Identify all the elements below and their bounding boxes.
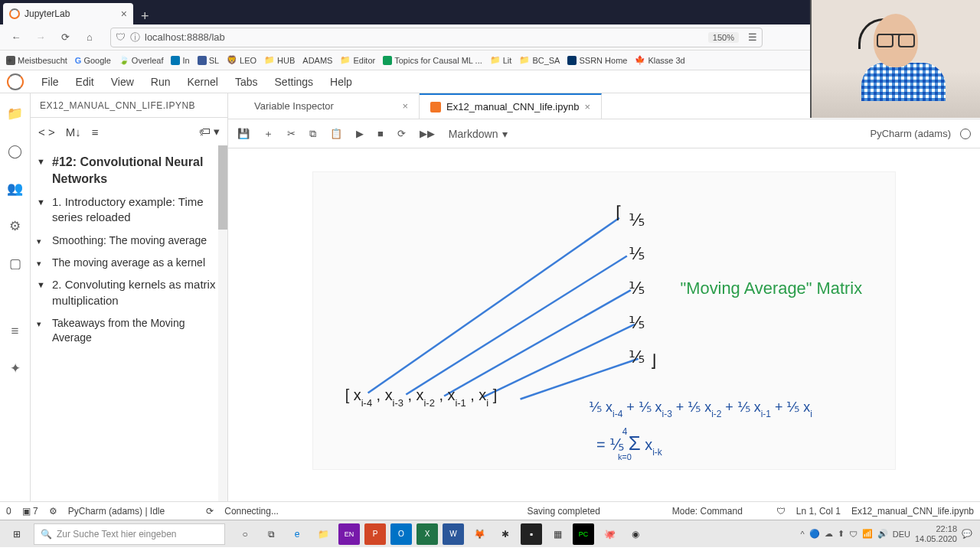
running-icon[interactable]: ◯ — [8, 143, 22, 159]
paste-icon[interactable]: 📋 — [330, 128, 342, 139]
status-kernel[interactable]: PyCharm (adams) | Idle — [68, 506, 165, 517]
code-icon[interactable]: < > — [38, 126, 55, 139]
menu-edit[interactable]: Edit — [76, 76, 94, 88]
url-input[interactable]: 🛡 ⓘ localhost:8888/lab 150% ☰ — [110, 28, 763, 47]
bookmark-item[interactable]: 🍁Klasse 3d — [635, 55, 684, 65]
scrollbar-thumb[interactable] — [218, 145, 227, 230]
jupyter-logo[interactable] — [0, 70, 31, 93]
kernel-status-icon[interactable] — [960, 129, 971, 139]
menu-kernel[interactable]: Kernel — [187, 76, 217, 88]
toc-entry[interactable]: ▼1. Introductory example: Time series re… — [34, 191, 224, 230]
git-icon[interactable]: 👥 — [7, 181, 23, 197]
word-icon[interactable]: W — [443, 523, 464, 545]
edge-icon[interactable]: e — [286, 523, 308, 545]
lang-indicator[interactable]: DEU — [893, 530, 910, 539]
explorer-icon[interactable]: 📁 — [312, 523, 334, 545]
reader-icon[interactable]: ☰ — [748, 31, 757, 43]
tray-icon[interactable]: ☁ — [825, 529, 833, 539]
volume-icon[interactable]: 🔊 — [877, 529, 888, 539]
bookmark-item[interactable]: SL — [198, 56, 219, 65]
browser-tab[interactable]: JupyterLab × — [3, 3, 133, 24]
tray-icon[interactable]: 🛡 — [849, 530, 858, 539]
home-button[interactable]: ⌂ — [80, 28, 100, 47]
toc-entry[interactable]: ▾The moving average as a kernel — [34, 252, 224, 274]
close-icon[interactable]: × — [402, 100, 408, 112]
bookmark-item[interactable]: Topics for Causal ML ... — [383, 56, 482, 65]
tray-icon[interactable]: ⬆ — [838, 529, 844, 539]
extension-icon[interactable]: ✦ — [10, 360, 21, 377]
notifications-icon[interactable]: 💬 — [962, 529, 972, 539]
bookmark-item[interactable]: 📁HUB — [264, 55, 295, 65]
numbering-icon[interactable]: ≡ — [92, 126, 99, 139]
bookmark-item[interactable]: 🍃Overleaf — [119, 55, 164, 65]
bookmark-item[interactable]: 🦁LEO — [227, 55, 256, 65]
bookmark-item[interactable]: 📁Lit — [490, 55, 512, 65]
run-icon[interactable]: ▶ — [356, 128, 364, 139]
commands-icon[interactable]: ⚙ — [9, 218, 21, 234]
onenote-icon[interactable]: EN — [338, 523, 360, 545]
tray-icon[interactable]: 🔵 — [809, 529, 820, 539]
kernel-name[interactable]: PyCharm (adams) — [871, 128, 951, 139]
status-tabs[interactable]: 0 — [6, 506, 11, 517]
bookmark-item[interactable]: GGoogle — [75, 56, 111, 65]
toc-entry[interactable]: ▾Smoothing: The moving average — [34, 230, 224, 252]
doc-tab-notebook[interactable]: Ex12_manual_CNN_life.ipynb × — [420, 93, 602, 119]
app-icon[interactable]: ▦ — [547, 523, 568, 545]
excel-icon[interactable]: X — [416, 523, 438, 545]
close-icon[interactable]: × — [584, 101, 590, 112]
copy-icon[interactable]: ⧉ — [309, 128, 316, 140]
tray-chevron-icon[interactable]: ^ — [801, 530, 805, 539]
menu-run[interactable]: Run — [151, 76, 171, 88]
pycharm-icon[interactable]: PC — [573, 523, 594, 545]
reload-button[interactable]: ⟳ — [55, 28, 75, 47]
bookmark-item[interactable]: In — [171, 56, 189, 65]
slack-icon[interactable]: ✱ — [495, 523, 516, 545]
start-button[interactable]: ⊞ — [3, 523, 31, 545]
tabs-icon[interactable]: ▢ — [9, 256, 21, 272]
markdown-icon[interactable]: M↓ — [66, 126, 81, 139]
bookmark-item[interactable]: 📁BC_SA — [519, 55, 560, 65]
gear-icon[interactable]: ⚙ — [49, 506, 57, 517]
save-icon[interactable]: 💾 — [237, 128, 250, 139]
cell-type-select[interactable]: Markdown▾ — [449, 128, 508, 140]
bookmark-item[interactable]: ✦Meistbesucht — [6, 56, 67, 65]
bookmark-item[interactable]: ADAMS — [302, 56, 332, 65]
notebook-content[interactable]: ⌈⅕ ⅕ ⅕ ⅕ ⅕⌋ [ xi-4 , xi-3 , xi-2 , xi-1 … — [228, 148, 980, 501]
menu-settings[interactable]: Settings — [275, 76, 314, 88]
obs-icon[interactable]: ◉ — [625, 523, 646, 545]
close-icon[interactable]: × — [121, 8, 127, 20]
bookmark-item[interactable]: SSRN Home — [567, 56, 627, 65]
zoom-badge[interactable]: 150% — [708, 32, 739, 43]
wifi-icon[interactable]: 📶 — [862, 529, 873, 539]
terminal-icon[interactable]: ▪ — [521, 523, 542, 545]
toc-entry[interactable]: ▼2. Convoluting kernels as matrix multip… — [34, 273, 224, 312]
new-tab-button[interactable]: + — [133, 8, 157, 24]
cut-icon[interactable]: ✂ — [287, 128, 296, 139]
add-cell-icon[interactable]: ＋ — [263, 127, 273, 141]
tag-icon[interactable]: 🏷 ▾ — [199, 125, 220, 139]
windows-search[interactable]: 🔍 Zur Suche Text hier eingeben — [34, 523, 225, 545]
clock[interactable]: 22:18 14.05.2020 — [915, 524, 957, 543]
toc-entry[interactable]: ▾Takeaways from the Moving Average — [34, 312, 224, 349]
shield-icon[interactable]: 🛡 — [776, 506, 786, 517]
bookmark-item[interactable]: 📁Editor — [340, 55, 375, 65]
menu-view[interactable]: View — [111, 76, 134, 88]
run-all-icon[interactable]: ▶▶ — [420, 128, 435, 139]
powerpoint-icon[interactable]: P — [364, 523, 386, 545]
restart-icon[interactable]: ⟳ — [397, 128, 406, 139]
firefox-icon[interactable]: 🦊 — [469, 523, 490, 545]
menu-file[interactable]: File — [41, 76, 59, 88]
forward-button[interactable]: → — [31, 28, 51, 47]
task-view-icon[interactable]: ⧉ — [260, 523, 282, 545]
terminal-icon[interactable]: ▣ 7 — [22, 506, 38, 517]
left-panel-tab[interactable]: EX12_MANUAL_CNN_LIFE.IPYNB — [31, 93, 227, 118]
folder-icon[interactable]: 📁 — [7, 106, 23, 122]
doc-tab-varinspector[interactable]: Variable Inspector × — [243, 93, 420, 119]
cortana-icon[interactable]: ○ — [234, 523, 256, 545]
back-button[interactable]: ← — [6, 28, 26, 47]
toc-entry[interactable]: ▼#12: Convolutional Neural Networks — [34, 150, 224, 191]
github-icon[interactable]: 🐙 — [599, 523, 620, 545]
toc-icon[interactable]: ≡ — [11, 324, 19, 339]
menu-help[interactable]: Help — [330, 76, 352, 88]
stop-icon[interactable]: ■ — [377, 128, 384, 139]
